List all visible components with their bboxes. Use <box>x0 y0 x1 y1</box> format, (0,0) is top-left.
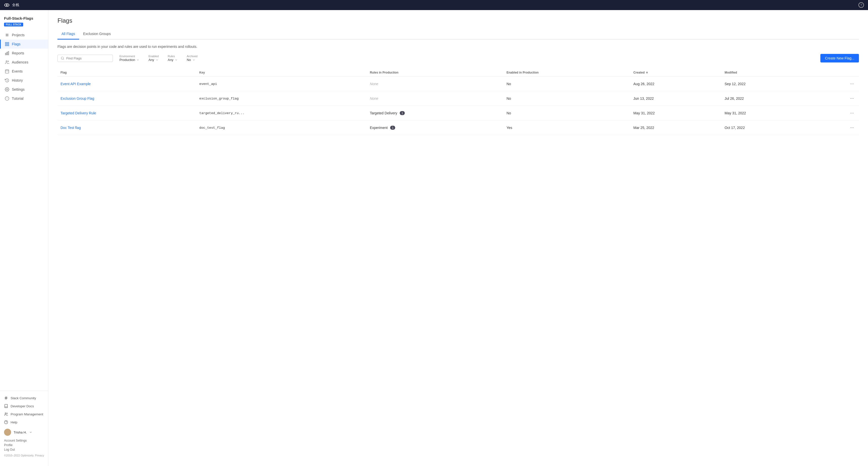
flag-name-link[interactable]: Event API Example <box>61 82 91 86</box>
rules-none: None <box>370 82 378 86</box>
flags-table: Flag Key Rules in Production Enabled in … <box>58 69 859 135</box>
enabled-value: Any <box>149 58 154 62</box>
svg-rect-10 <box>5 42 6 43</box>
flag-name-link[interactable]: Targeted Delivery Rule <box>61 111 96 115</box>
topbar: 全栈 ? <box>0 0 868 10</box>
flags-icon <box>5 42 9 46</box>
project-badge: FULL STACK <box>4 23 23 27</box>
svg-point-3 <box>7 34 8 35</box>
logout-link[interactable]: Log Out <box>0 447 48 452</box>
avatar <box>4 429 11 436</box>
archived-filter[interactable]: Archived No <box>184 54 200 63</box>
events-icon <box>5 69 9 73</box>
tutorial-icon <box>5 96 9 101</box>
col-flag: Flag <box>58 69 196 76</box>
more-options-button[interactable]: ··· <box>848 95 856 102</box>
projects-icon <box>5 33 9 37</box>
sidebar-item-audiences[interactable]: Audiences <box>0 58 48 67</box>
modified-date: May 31, 2022 <box>721 106 813 121</box>
flag-key: targeted_delivery_ru... <box>199 111 245 115</box>
search-input-wrap[interactable] <box>58 55 113 62</box>
enabled-value: Yes <box>503 121 630 135</box>
table-row: Targeted Delivery Ruletargeted_delivery_… <box>58 106 859 121</box>
topbar-left: 全栈 <box>4 2 19 8</box>
svg-rect-13 <box>7 44 9 46</box>
created-date: Mar 25, 2022 <box>630 121 721 135</box>
more-options-button[interactable]: ··· <box>848 80 856 88</box>
rule-count-badge: 1 <box>390 126 395 130</box>
project-name: Full-Stack-Flags <box>4 16 44 21</box>
rules-cell: Experiment1 <box>370 126 500 130</box>
col-rules: Rules in Production <box>367 69 503 76</box>
page-description: Flags are decision points in your code a… <box>58 44 859 48</box>
logo-icon <box>4 2 9 8</box>
tab-all-flags[interactable]: All Flags <box>58 29 79 39</box>
flag-name-link[interactable]: Exclusion Group Flag <box>61 97 94 100</box>
col-created[interactable]: Created <box>630 69 721 76</box>
rule-name: Experiment <box>370 126 388 130</box>
svg-rect-11 <box>7 42 9 43</box>
rules-chevron-icon <box>175 59 178 62</box>
sidebar-project: Full-Stack-Flags FULL STACK <box>0 14 48 31</box>
flag-name-link[interactable]: Doc Test flag <box>61 126 81 130</box>
sidebar-item-history[interactable]: History <box>0 76 48 85</box>
svg-point-1 <box>6 4 7 6</box>
created-date: Aug 26, 2022 <box>630 76 721 91</box>
svg-rect-15 <box>7 52 7 55</box>
sidebar-item-help[interactable]: Help <box>0 418 48 426</box>
profile-link[interactable]: Profile <box>0 443 48 447</box>
sidebar-item-reports[interactable]: Reports <box>0 48 48 58</box>
sidebar-label-tutorial: Tutorial <box>12 97 24 100</box>
enabled-label: Enabled <box>149 55 158 58</box>
sidebar-item-flags[interactable]: Flags <box>0 39 48 48</box>
search-input[interactable] <box>66 57 110 60</box>
tabs: All Flags Exclusion Groups <box>58 29 859 39</box>
more-options-button[interactable]: ··· <box>848 124 856 131</box>
book-icon <box>4 404 8 408</box>
table-header: Flag Key Rules in Production Enabled in … <box>58 69 859 76</box>
sidebar-item-projects[interactable]: Projects <box>0 31 48 39</box>
main-layout: Full-Stack-Flags FULL STACK Projects Fla… <box>0 10 868 466</box>
created-date: Jun 13, 2022 <box>630 91 721 106</box>
rules-filter[interactable]: Rules Any <box>165 54 180 63</box>
sidebar-item-events[interactable]: Events <box>0 67 48 76</box>
sidebar-item-settings[interactable]: Settings <box>0 85 48 94</box>
sidebar-label-flags: Flags <box>12 42 21 46</box>
rules-none: None <box>370 97 378 100</box>
sidebar-item-program[interactable]: Program Management <box>0 410 48 418</box>
content-area: Flags All Flags Exclusion Groups Flags a… <box>49 10 868 466</box>
sidebar-label-history: History <box>12 78 23 82</box>
hash-icon <box>4 396 8 400</box>
tab-exclusion-groups[interactable]: Exclusion Groups <box>79 29 115 39</box>
search-icon <box>61 57 64 60</box>
sidebar-bottom: Slack Community Developer Docs Program M… <box>0 391 48 462</box>
page-title: Flags <box>58 17 859 24</box>
enabled-filter[interactable]: Enabled Any <box>146 54 161 63</box>
svg-line-36 <box>63 59 64 60</box>
sidebar-label-docs: Developer Docs <box>10 404 34 408</box>
help-icon[interactable]: ? <box>859 2 864 8</box>
table-row: Event API Exampleevent_apiNoneNoAug 26, … <box>58 76 859 91</box>
account-settings-link[interactable]: Account Settings <box>0 438 48 443</box>
svg-point-32 <box>7 413 7 413</box>
sidebar-item-slack[interactable]: Slack Community <box>0 394 48 402</box>
environment-filter[interactable]: Environment Production <box>117 54 142 63</box>
topbar-title: 全栈 <box>12 3 19 7</box>
created-date: May 31, 2022 <box>630 106 721 121</box>
svg-point-5 <box>7 35 8 36</box>
environment-chevron-icon <box>136 59 140 62</box>
sidebar-user[interactable]: Trisha H. <box>0 426 48 438</box>
more-options-button[interactable]: ··· <box>848 109 856 116</box>
create-flag-button[interactable]: Create New Flag... <box>820 54 859 63</box>
sidebar-item-tutorial[interactable]: Tutorial <box>0 94 48 103</box>
sidebar-item-docs[interactable]: Developer Docs <box>0 402 48 410</box>
audiences-icon <box>5 60 9 65</box>
sidebar-footer: ©2010–2022 Optimizely. Privacy <box>0 452 48 459</box>
svg-rect-14 <box>5 53 6 55</box>
svg-point-23 <box>6 89 8 90</box>
svg-point-35 <box>61 57 63 59</box>
people-icon <box>4 412 8 416</box>
flag-key: doc_test_flag <box>199 126 225 130</box>
svg-rect-19 <box>5 70 9 73</box>
sidebar-label-help: Help <box>10 421 18 424</box>
